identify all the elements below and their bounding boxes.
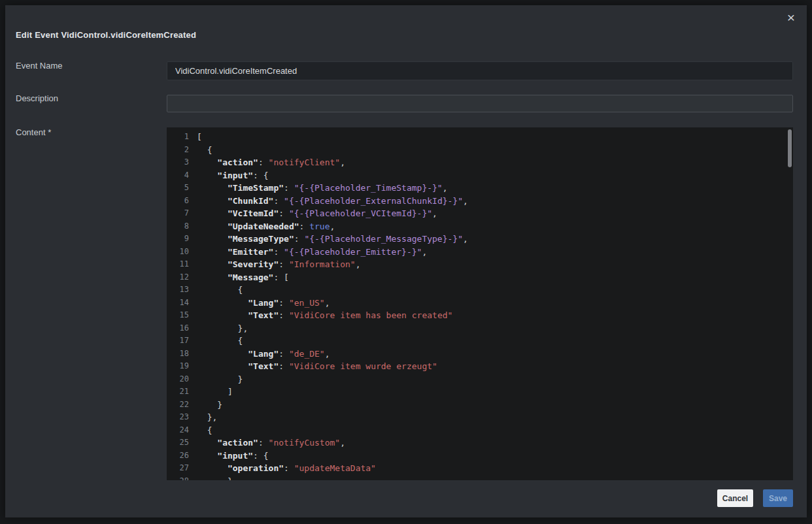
description-input[interactable]: [167, 95, 793, 112]
code-line: "Text": "VidiCore item has been created": [197, 309, 793, 322]
code-line: "Emitter": "{-{Placeholder_Emitter}-}",: [197, 246, 793, 259]
description-label: Description: [16, 94, 58, 103]
code-line: "UpdateNeeded": true,: [197, 220, 793, 233]
code-line: }: [197, 399, 793, 412]
code-line: {: [197, 284, 793, 297]
line-number: 1: [167, 131, 189, 144]
line-number: 12: [167, 271, 189, 284]
code-editor-gutter: 1234567891011121314151617181920212223242…: [167, 127, 193, 480]
event-name-input[interactable]: [167, 61, 793, 80]
line-number: 17: [167, 335, 189, 348]
line-number: 3: [167, 156, 189, 169]
code-line: ]: [197, 385, 793, 399]
line-number: 23: [167, 411, 189, 424]
code-line: "Severity": "Information",: [197, 258, 793, 271]
cancel-button[interactable]: Cancel: [717, 489, 753, 507]
line-number: 25: [167, 436, 189, 450]
code-line: "MessageType": "{-{Placeholder_MessageTy…: [197, 233, 793, 246]
code-line: "input": {: [197, 450, 793, 463]
line-number: 20: [167, 373, 189, 386]
line-number: 27: [167, 462, 189, 475]
line-number: 19: [167, 360, 189, 373]
line-number: 16: [167, 322, 189, 335]
code-line: }: [197, 373, 793, 386]
line-number: 26: [167, 450, 189, 463]
line-number: 10: [167, 246, 189, 259]
edit-event-modal: × Edit Event VidiControl.vidiCoreItemCre…: [5, 5, 807, 517]
close-icon[interactable]: ×: [787, 10, 795, 24]
code-line: {: [197, 144, 793, 157]
line-number: 15: [167, 309, 189, 322]
code-line: "ChunkId": "{-{Placeholder_ExternalChunk…: [197, 195, 793, 208]
code-editor-lines: [ { "action": "notifyClient", "input": {…: [193, 127, 793, 480]
line-number: 7: [167, 207, 189, 220]
line-number: 6: [167, 195, 189, 208]
code-line: "Lang": "de_DE",: [197, 348, 793, 361]
code-line: "Text": "VidiCore item wurde erzeugt": [197, 360, 793, 373]
event-name-label: Event Name: [16, 61, 63, 71]
code-line: "action": "notifyCustom",: [197, 436, 793, 450]
code-line: "Message": [: [197, 271, 793, 284]
line-number: 13: [167, 284, 189, 297]
code-line: {: [197, 335, 793, 348]
content-label: Content *: [16, 128, 51, 137]
code-line: "TimeStamp": "{-{Placeholder_TimeStamp}-…: [197, 182, 793, 195]
line-number: 2: [167, 144, 189, 157]
code-line: "VcItemId": "{-{Placeholder_VCItemId}-}"…: [197, 207, 793, 220]
code-line: "operation": "updateMetaData": [197, 462, 793, 475]
line-number: 9: [167, 233, 189, 246]
code-line: "input": {: [197, 169, 793, 182]
save-button[interactable]: Save: [763, 489, 793, 507]
line-number: 28: [167, 475, 189, 481]
code-line: }: [197, 475, 793, 481]
code-line: },: [197, 322, 793, 335]
code-line: },: [197, 411, 793, 424]
line-number: 11: [167, 258, 189, 271]
code-editor[interactable]: 1234567891011121314151617181920212223242…: [167, 127, 793, 480]
line-number: 22: [167, 399, 189, 412]
line-number: 18: [167, 348, 189, 361]
line-number: 14: [167, 297, 189, 310]
editor-scrollbar[interactable]: [788, 129, 792, 167]
code-line: "Lang": "en_US",: [197, 297, 793, 310]
code-line: {: [197, 424, 793, 437]
screen: × Edit Event VidiControl.vidiCoreItemCre…: [0, 0, 812, 524]
line-number: 24: [167, 424, 189, 437]
line-number: 4: [167, 169, 189, 182]
line-number: 8: [167, 220, 189, 233]
line-number: 5: [167, 182, 189, 195]
code-line: "action": "notifyClient",: [197, 156, 793, 169]
line-number: 21: [167, 385, 189, 399]
modal-title: Edit Event VidiControl.vidiCoreItemCreat…: [16, 30, 196, 40]
code-line: [: [197, 131, 793, 144]
